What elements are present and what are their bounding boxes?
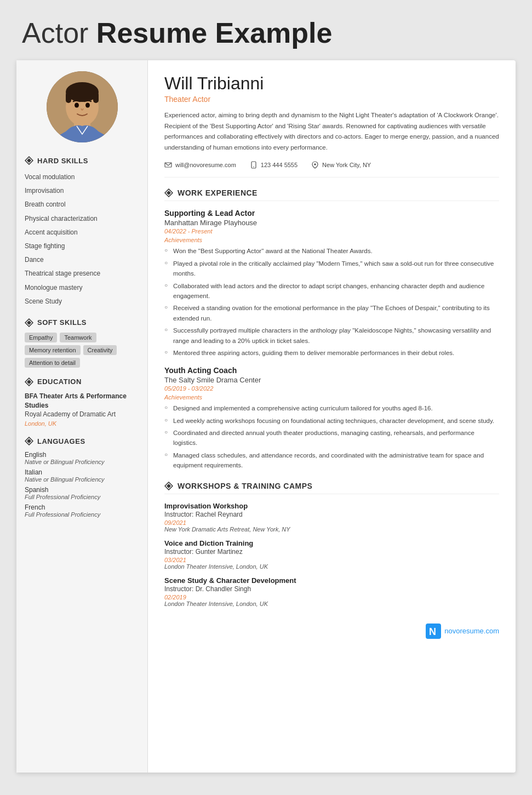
page-title: Actor Resume Example [0, 0, 532, 60]
workshop-date: 02/2019 [164, 594, 499, 600]
svg-point-19 [314, 164, 316, 166]
workshops-list: Improvisation Workshop Instructor: Rache… [164, 502, 499, 607]
soft-skill-tag: Teamwork [60, 333, 96, 342]
resume-sidebar: HARD SKILLS Vocal modulationImprovisatio… [16, 60, 148, 773]
workshop-title: Improvisation Workshop [164, 502, 499, 510]
soft-skill-tag: Creativity [83, 345, 117, 355]
achievement-list: Designed and implemented a comprehensive… [164, 403, 499, 470]
svg-marker-15 [27, 439, 31, 443]
svg-marker-11 [27, 321, 31, 325]
contact-location: New York City, NY [311, 161, 371, 169]
candidate-job-title: Theater Actor [164, 95, 499, 104]
diamond-icon-workshops [164, 482, 173, 490]
avatar [47, 71, 118, 142]
workshop-title: Scene Study & Character Development [164, 576, 499, 585]
work-experience-list: Supporting & Lead Actor Manhattan Mirage… [164, 209, 499, 470]
workshop-entry: Improvisation Workshop Instructor: Rache… [164, 502, 499, 533]
diamond-icon-work [164, 188, 173, 197]
diamond-icon-education [25, 378, 33, 386]
education-title: EDUCATION [25, 378, 139, 386]
phone-icon [250, 161, 258, 169]
contact-bar: will@novoresume.com 123 444 5555 New Yor… [164, 161, 499, 178]
job-entry: Supporting & Lead Actor Manhattan Mirage… [164, 209, 499, 358]
workshop-entry: Voice and Diction Training Instructor: G… [164, 539, 499, 570]
bullet-item: Coordinated and directed annual youth th… [164, 428, 499, 448]
svg-marker-13 [27, 380, 31, 384]
diamond-icon-soft-skills [25, 318, 33, 327]
soft-skill-tag: Attention to detail [25, 358, 80, 368]
company-name: The Salty Smile Drama Center [164, 376, 499, 384]
education-school: Royal Academy of Dramatic Art [25, 410, 139, 419]
language-level: Full Professional Proficiency [25, 494, 139, 500]
workshop-instructor: Instructor: Gunter Martinez [164, 548, 499, 556]
svg-marker-23 [167, 484, 171, 488]
education-location: London, UK [25, 420, 139, 427]
svg-point-6 [75, 103, 79, 108]
workshop-date: 09/2021 [164, 519, 499, 526]
svg-text:N: N [429, 626, 436, 637]
company-name: Manhattan Mirage Playhouse [164, 219, 499, 227]
language-item: SpanishFull Professional Proficiency [25, 486, 139, 500]
svg-point-18 [253, 167, 254, 168]
workshop-instructor: Instructor: Dr. Chandler Singh [164, 585, 499, 593]
soft-skills-title: SOFT SKILLS [25, 318, 139, 327]
languages-list: EnglishNative or Bilingual ProficiencyIt… [25, 451, 139, 518]
hard-skill-item: Physical characterization [25, 212, 139, 226]
soft-skills-tags: EmpathyTeamworkMemory retentionCreativit… [25, 333, 139, 368]
bullet-item: Designed and implemented a comprehensive… [164, 403, 499, 413]
contact-phone: 123 444 5555 [250, 161, 298, 169]
diamond-icon-hard-skills [25, 156, 33, 165]
workshop-title: Voice and Diction Training [164, 539, 499, 547]
language-item: EnglishNative or Bilingual Proficiency [25, 451, 139, 465]
workshops-title: WORKSHOPS & TRAINING CAMPS [164, 482, 499, 494]
date-range: 05/2019 - 03/2022 [164, 385, 499, 392]
languages-title: LANGUAGES [25, 437, 139, 445]
contact-email: will@novoresume.com [164, 161, 236, 169]
diamond-icon-languages [25, 437, 33, 445]
education-degree: BFA Theater Arts & Performance Studies [25, 392, 139, 410]
hard-skill-item: Vocal modulation [25, 170, 139, 184]
email-icon [164, 161, 172, 169]
bullet-item: Received a standing ovation for the emot… [164, 303, 499, 323]
achievements-label: Achievements [164, 237, 499, 243]
language-item: ItalianNative or Bilingual Proficiency [25, 468, 139, 483]
workshop-venue: London Theater Intensive, London, UK [164, 600, 499, 607]
hard-skill-item: Scene Study [25, 295, 139, 308]
resume-summary: Experienced actor, aiming to bring depth… [164, 110, 499, 153]
language-level: Native or Bilingual Proficiency [25, 476, 139, 483]
achievements-label: Achievements [164, 394, 499, 401]
bullet-item: Played a pivotal role in the critically … [164, 259, 499, 279]
soft-skill-tag: Empathy [25, 333, 57, 342]
svg-point-7 [85, 103, 90, 108]
avatar-container [25, 71, 139, 142]
workshop-venue: New York Dramatic Arts Retreat, New York… [164, 526, 499, 533]
novoresume-logo: N [426, 624, 441, 639]
hard-skills-title: HARD SKILLS [25, 156, 139, 165]
hard-skill-item: Breath control [25, 198, 139, 211]
bullet-item: Successfully portrayed multiple characte… [164, 325, 499, 346]
hard-skill-item: Accent acquisition [25, 226, 139, 239]
hard-skill-item: Dance [25, 253, 139, 267]
job-title-heading: Youth Acting Coach [164, 366, 499, 375]
job-entry: Youth Acting Coach The Salty Smile Drama… [164, 366, 499, 470]
job-title-heading: Supporting & Lead Actor [164, 209, 499, 218]
novoresume-brand: N novoresume.com [164, 618, 499, 639]
workshop-instructor: Instructor: Rachel Reynard [164, 511, 499, 518]
bullet-item: Collaborated with lead actors and the di… [164, 281, 499, 301]
bullet-item: Won the "Best Supporting Actor" award at… [164, 246, 499, 256]
resume-main: Will Tribianni Theater Actor Experienced… [148, 60, 516, 773]
date-range: 04/2022 - Present [164, 228, 499, 235]
language-level: Native or Bilingual Proficiency [25, 459, 139, 465]
soft-skill-tag: Memory retention [25, 345, 81, 355]
workshop-date: 03/2021 [164, 557, 499, 563]
language-name: Spanish [25, 486, 139, 494]
hard-skill-item: Stage fighting [25, 239, 139, 253]
language-level: Full Professional Proficiency [25, 511, 139, 518]
hard-skill-item: Improvisation [25, 184, 139, 198]
hard-skill-item: Monologue mastery [25, 281, 139, 295]
workshop-entry: Scene Study & Character Development Inst… [164, 576, 499, 607]
candidate-name: Will Tribianni [164, 74, 499, 93]
workshop-venue: London Theater Intensive, London, UK [164, 563, 499, 570]
location-icon [311, 161, 319, 169]
svg-rect-5 [93, 92, 99, 103]
